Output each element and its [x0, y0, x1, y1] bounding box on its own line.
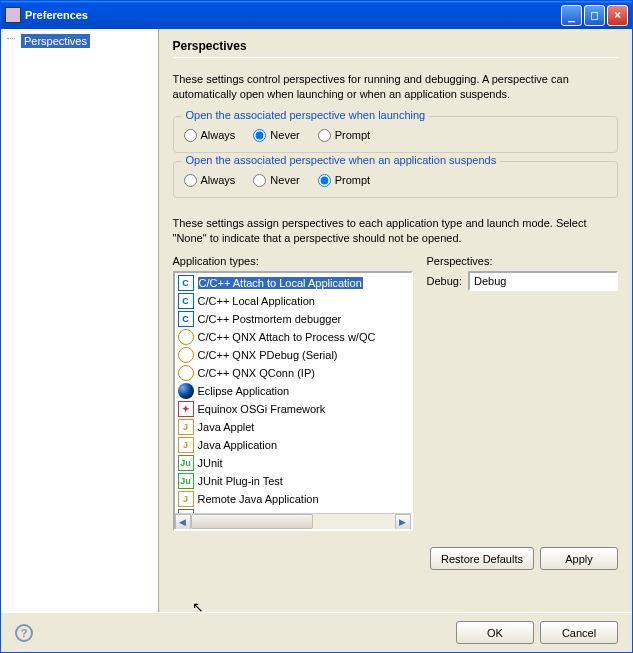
list-item[interactable]: Eclipse Application [176, 382, 410, 400]
radio-input[interactable] [253, 129, 266, 142]
ju-icon: Ju [178, 455, 194, 471]
ju-icon: Ju [178, 473, 194, 489]
radio-input[interactable] [184, 129, 197, 142]
group-launch: Open the associated perspective when lau… [173, 116, 618, 153]
sidebar: Perspectives [1, 29, 159, 612]
radio-input[interactable] [318, 129, 331, 142]
scroll-right-button[interactable]: ▶ [395, 514, 411, 530]
list-item[interactable]: CC/C++ Postmortem debugger [176, 310, 410, 328]
list-item-label: JUnit Plug-in Test [198, 475, 283, 487]
group-launch-title: Open the associated perspective when lau… [182, 109, 430, 121]
divider [173, 57, 618, 58]
radio-suspend-always[interactable]: Always [184, 174, 236, 187]
sun-icon [178, 329, 194, 345]
list-item[interactable]: JuJUnit [176, 454, 410, 472]
radio-input[interactable] [184, 174, 197, 187]
list-item-label: Java Applet [198, 421, 255, 433]
scroll-track[interactable] [191, 514, 395, 529]
list-item-label: Remote Java Application [198, 493, 319, 505]
list-item[interactable]: JJava Applet [176, 418, 410, 436]
radio-launch-always[interactable]: Always [184, 129, 236, 142]
list-item-label: C/C++ QNX PDebug (Serial) [198, 349, 338, 361]
c-icon: C [178, 275, 194, 291]
app-types-label: Application types: [173, 255, 413, 267]
group-suspend: Open the associated perspective when an … [173, 161, 618, 198]
horizontal-scrollbar[interactable]: ◀ ▶ [175, 513, 411, 529]
sun-icon [178, 347, 194, 363]
radio-label: Never [270, 129, 299, 141]
window-title: Preferences [25, 9, 561, 21]
preferences-window: Preferences _ □ × Perspectives Perspecti… [0, 0, 633, 653]
radio-suspend-prompt[interactable]: Prompt [318, 174, 370, 187]
radio-input[interactable] [253, 174, 266, 187]
list-item[interactable]: CC/C++ Local Application [176, 292, 410, 310]
list-item[interactable]: CC/C++ Attach to Local Application [176, 274, 410, 292]
list-item-label: C/C++ Local Application [198, 295, 315, 307]
maximize-button[interactable]: □ [584, 5, 605, 26]
osgi-icon: ✦ [178, 401, 194, 417]
scroll-left-button[interactable]: ◀ [175, 514, 191, 530]
list-item-label: JUnit [198, 457, 223, 469]
sun-icon [178, 365, 194, 381]
app-icon [5, 7, 21, 23]
debug-input[interactable] [468, 271, 618, 291]
radio-label: Always [201, 174, 236, 186]
list-item[interactable]: JJava Application [176, 436, 410, 454]
j-icon: J [178, 491, 194, 507]
list-item-label: C/C++ QNX Attach to Process w/QC [198, 331, 376, 343]
group-suspend-title: Open the associated perspective when an … [182, 154, 501, 166]
sidebar-item-label: Perspectives [21, 34, 90, 48]
list-item[interactable]: ✦Equinox OSGi Framework [176, 400, 410, 418]
main-panel: Perspectives These settings control pers… [159, 29, 632, 612]
radio-launch-prompt[interactable]: Prompt [318, 129, 370, 142]
minimize-button[interactable]: _ [561, 5, 582, 26]
ok-button[interactable]: OK [456, 621, 534, 644]
cancel-button[interactable]: Cancel [540, 621, 618, 644]
list-item[interactable]: C/C++ QNX PDebug (Serial) [176, 346, 410, 364]
radio-label: Prompt [335, 129, 370, 141]
debug-label: Debug: [427, 275, 462, 287]
radio-launch-never[interactable]: Never [253, 129, 299, 142]
list-item[interactable]: C/C++ QNX QConn (IP) [176, 364, 410, 382]
assign-description: These settings assign perspectives to ea… [173, 216, 618, 246]
list-item-label: C/C++ QNX QConn (IP) [198, 367, 315, 379]
scroll-thumb[interactable] [191, 514, 313, 529]
radio-input[interactable] [318, 174, 331, 187]
list-item[interactable]: JRemote Java Application [176, 490, 410, 508]
app-types-listbox[interactable]: CC/C++ Attach to Local ApplicationCC/C++… [173, 271, 413, 531]
page-title: Perspectives [173, 39, 618, 53]
description: These settings control perspectives for … [173, 72, 618, 102]
apply-button[interactable]: Apply [540, 547, 618, 570]
radio-label: Never [270, 174, 299, 186]
radio-label: Always [201, 129, 236, 141]
radio-label: Prompt [335, 174, 370, 186]
list-item-label: Java Application [198, 439, 278, 451]
eclipse-icon [178, 383, 194, 399]
restore-defaults-button[interactable]: Restore Defaults [430, 547, 534, 570]
list-item[interactable]: C/C++ QNX Attach to Process w/QC [176, 328, 410, 346]
titlebar[interactable]: Preferences _ □ × [1, 1, 632, 29]
list-item-label: Eclipse Application [198, 385, 290, 397]
sidebar-item-perspectives[interactable]: Perspectives [1, 33, 158, 49]
perspectives-col-label: Perspectives: [427, 255, 618, 267]
c-icon: C [178, 293, 194, 309]
list-item-label: Equinox OSGi Framework [198, 403, 326, 415]
bottombar: ? OK Cancel [1, 612, 632, 652]
close-button[interactable]: × [607, 5, 628, 26]
list-item-label: C/C++ Attach to Local Application [198, 277, 363, 289]
help-icon[interactable]: ? [15, 624, 33, 642]
list-item[interactable]: JuJUnit Plug-in Test [176, 472, 410, 490]
radio-suspend-never[interactable]: Never [253, 174, 299, 187]
list-item-label: C/C++ Postmortem debugger [198, 313, 342, 325]
j-icon: J [178, 437, 194, 453]
j-icon: J [178, 419, 194, 435]
c-icon: C [178, 311, 194, 327]
